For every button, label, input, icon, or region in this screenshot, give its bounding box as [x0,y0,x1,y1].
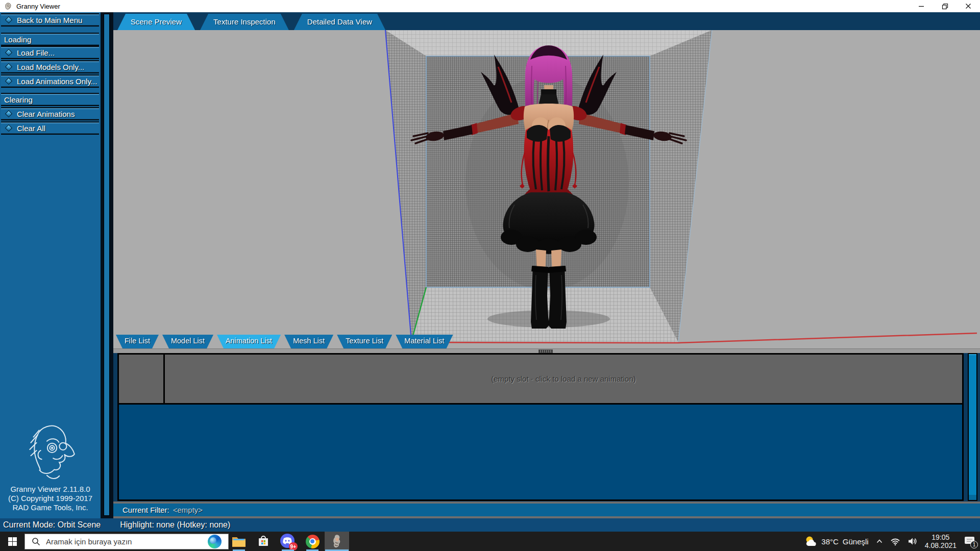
sidebar-header-label: Clearing [4,95,33,104]
current-filter-bar[interactable]: Current Filter: <empty> [113,504,980,516]
taskbar-clock[interactable]: 19:05 4.08.2021 [925,533,957,549]
minimize-button[interactable] [910,0,933,12]
filter-value: <empty> [173,506,203,514]
diamond-bullet-icon [5,49,12,56]
sidebar-button-label: Back to Main Menu [17,16,82,24]
weather-widget[interactable]: 38°C Güneşli [805,535,868,547]
taskbar-file-explorer-button[interactable] [227,532,251,551]
search-icon [32,537,40,546]
granny-logo [22,420,79,483]
granny-viewer-window: Granny Viewer Back to Main Menu Loading [0,0,980,551]
sidebar-button-clear-all[interactable]: Clear All [1,121,99,135]
notification-count-badge: 1 [970,541,978,548]
sidebar-button-back-to-main-menu[interactable]: Back to Main Menu [1,13,99,27]
chrome-icon [306,535,320,548]
tab-material-list[interactable]: Material List [396,335,453,348]
sidebar-button-load-models-only[interactable]: Load Models Only... [1,60,99,73]
tab-label: Animation List [226,337,272,345]
action-center-button[interactable]: 1 [964,535,977,547]
sidebar-button-label: Load Animations Only... [17,77,97,86]
tab-detailed-data-view[interactable]: Detailed Data View [294,14,385,30]
windows-logo-icon [8,537,17,546]
taskbar-search[interactable] [24,534,229,549]
wifi-icon[interactable] [890,537,900,546]
close-icon [965,3,971,9]
tray-chevron-up-icon[interactable] [876,538,883,544]
diamond-bullet-icon [5,16,12,23]
tab-label: Material List [404,337,444,345]
about-line-version: Granny Viewer 2.11.8.0 [0,485,101,494]
tab-animation-list[interactable]: Animation List [217,335,281,348]
file-explorer-icon [232,536,246,547]
sidebar: Back to Main Menu Loading Load File... L… [0,12,101,518]
top-tab-bar: Scene Preview Texture Inspection Detaile… [113,12,980,30]
tab-texture-inspection[interactable]: Texture Inspection [200,14,289,30]
taskbar-microsoft-store-button[interactable] [251,532,276,551]
tab-label: Model List [171,337,205,345]
scrollbar-thumb[interactable] [538,349,553,353]
taskbar-app-buttons: 9+ [202,532,349,551]
status-bar: Current Mode: Orbit Scene Highlight: non… [0,518,980,532]
speaker-icon[interactable] [908,536,918,546]
tab-label: Scene Preview [131,17,182,26]
viewport-horizontal-scrollbar[interactable] [113,348,980,353]
diamond-bullet-icon [5,78,12,85]
window-title: Granny Viewer [16,3,60,10]
scene-preview-3d-viewport[interactable]: File List Model List Animation List Mesh… [113,30,980,353]
tab-scene-preview[interactable]: Scene Preview [117,14,195,30]
titlebar: Granny Viewer [0,0,980,12]
taskbar-edge-button[interactable] [202,532,227,551]
tray-weather-desc: Güneşli [843,537,869,546]
diamond-bullet-icon [5,124,12,132]
tab-file-list[interactable]: File List [116,335,159,348]
taskbar-granny-viewer-button[interactable] [325,532,349,551]
sidebar-button-label: Clear Animations [17,110,75,118]
sidebar-divider [101,12,113,518]
sidebar-header-loading: Loading [1,33,99,46]
start-button[interactable] [0,532,24,551]
about-line-copyright: (C) Copyright 1999-2017 [0,494,101,503]
animation-slot-main-cell[interactable]: (empty slot - click to load a new animat… [165,355,962,403]
diamond-bullet-icon [5,110,12,117]
sidebar-button-load-file[interactable]: Load File... [1,46,99,59]
tab-label: Texture List [346,337,383,345]
tab-label: Detailed Data View [307,17,372,26]
tab-texture-list[interactable]: Texture List [337,335,392,348]
tab-label: File List [125,337,150,345]
tab-label: Mesh List [293,337,325,345]
sidebar-button-label: Load File... [17,48,55,57]
sidebar-button-clear-animations[interactable]: Clear Animations [1,107,99,120]
minimize-icon [918,3,924,9]
empty-slot-text: (empty slot - click to load a new animat… [491,374,635,383]
tab-label: Texture Inspection [213,17,276,26]
granny-viewer-icon [331,534,343,548]
windows-taskbar: 9+ [0,532,980,551]
tab-model-list[interactable]: Model List [162,335,213,348]
highlight-text: Highlight: none (Hotkey: none) [120,520,230,530]
animation-list-panel-zone: (empty slot - click to load a new animat… [113,353,980,518]
tray-temperature: 38°C [821,537,839,546]
clock-time: 19:05 [925,533,957,541]
restore-button[interactable] [933,0,957,12]
taskbar-search-input[interactable] [46,537,214,546]
panel-vertical-scrollbar[interactable] [968,353,977,501]
animation-list-panel: (empty slot - click to load a new animat… [117,353,964,501]
granny-app-icon [4,2,12,11]
sidebar-button-load-animations-only[interactable]: Load Animations Only... [1,74,99,88]
about-line-company: RAD Game Tools, Inc. [0,503,101,512]
taskbar-chrome-button[interactable] [300,532,325,551]
microsoft-store-icon [257,535,270,548]
about-text: Granny Viewer 2.11.8.0 (C) Copyright 199… [0,485,101,512]
system-tray: 38°C Güneşli 19:05 4.08.2021 [805,532,977,551]
taskbar-discord-button[interactable]: 9+ [276,532,300,551]
scene-render [113,30,980,353]
edge-icon [208,535,222,548]
clock-date: 4.08.2021 [925,541,957,549]
animation-slot-index-cell[interactable] [119,355,165,403]
diamond-bullet-icon [5,63,12,70]
animation-empty-slot[interactable]: (empty slot - click to load a new animat… [119,355,962,405]
sidebar-header-clearing: Clearing [1,93,99,106]
close-button[interactable] [957,0,980,12]
tab-mesh-list[interactable]: Mesh List [284,335,333,348]
filter-label: Current Filter: [122,506,169,514]
